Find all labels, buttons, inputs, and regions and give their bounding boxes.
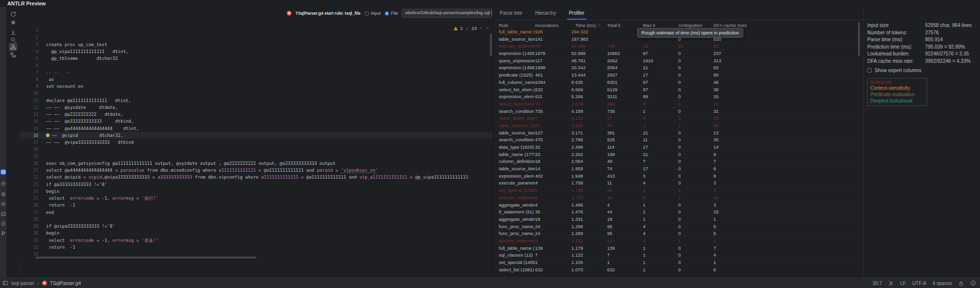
code-line[interactable]: 24begin bbox=[20, 188, 492, 195]
code-line[interactable]: 27end bbox=[20, 209, 492, 216]
table-row[interactable]: expression (1495)197852.99910982970237 bbox=[495, 50, 860, 57]
line-number[interactable]: 8 bbox=[25, 76, 38, 83]
code-line[interactable]: 29if @vipa333333333333 !='0' bbox=[20, 223, 492, 230]
line-number[interactable]: 17 bbox=[25, 139, 38, 146]
encoding[interactable]: UTF-8 bbox=[912, 281, 926, 286]
table-row[interactable]: search_condition (1517)4702.78652511030 bbox=[495, 136, 860, 144]
code-line[interactable]: 31 select errorcode = -1, errormsg = '准备… bbox=[20, 237, 492, 244]
line-number[interactable]: 30 bbox=[25, 230, 38, 236]
line-number[interactable]: 27 bbox=[25, 209, 38, 216]
indent-setting[interactable]: 4 spaces bbox=[932, 281, 952, 286]
table-row[interactable]: table_source_item (15…1273.17138121013 bbox=[495, 130, 860, 137]
code-line[interactable]: 19 bbox=[20, 153, 492, 160]
code-line[interactable]: 21select @a4444444444444444 = paravalue … bbox=[20, 167, 492, 174]
table-row[interactable]: set_special (1483)11.74816212 bbox=[495, 187, 860, 194]
code-line[interactable]: 15—— —— @a4444444444444444 dtint, bbox=[20, 125, 492, 132]
table-row[interactable]: table_name (1777)332.2521992109 bbox=[495, 151, 860, 158]
line-number[interactable]: 19 bbox=[25, 153, 38, 160]
code-line[interactable]: 18 bbox=[20, 146, 492, 153]
file-radio[interactable]: File bbox=[385, 11, 398, 16]
antlr-button[interactable] bbox=[0, 191, 6, 197]
table-row[interactable]: select_statement (14…744.6792928124 bbox=[495, 101, 860, 108]
code-line[interactable]: 12—— —— @sysdate dtdate, bbox=[20, 104, 492, 111]
line-number[interactable]: 26 bbox=[25, 202, 38, 209]
table-row[interactable]: full_table_name (1773)1391.179139107 bbox=[495, 245, 860, 252]
line-number[interactable]: 4 bbox=[25, 48, 38, 55]
line-number[interactable]: 15 bbox=[25, 125, 38, 132]
table-row[interactable]: aggregate_windowed…181.33118101 bbox=[495, 216, 860, 223]
table-row[interactable]: if_statement (31)351.476441015 bbox=[495, 209, 860, 216]
table-row[interactable]: func_proc_name_data…241.29895405 bbox=[495, 223, 860, 231]
line-number[interactable]: 2 bbox=[25, 34, 38, 41]
panel-icon[interactable] bbox=[2, 280, 8, 286]
table-row[interactable]: declare_statement (g…31.23212414 bbox=[495, 237, 860, 245]
table-row[interactable]: full_column_name (17…10948.635830197045 bbox=[495, 79, 860, 86]
code-line[interactable]: 1 bbox=[20, 27, 492, 34]
line-number[interactable]: 22 bbox=[25, 174, 38, 181]
line-number[interactable]: 28 bbox=[25, 216, 38, 223]
code-line[interactable]: 28 bbox=[20, 216, 492, 223]
info-icon[interactable] bbox=[970, 280, 976, 286]
lightbulb-icon[interactable] bbox=[46, 133, 49, 137]
table-row[interactable]: execute_statement_a…7856.086718181681 bbox=[495, 43, 860, 50]
line-number[interactable]: 31 bbox=[25, 237, 38, 244]
table-row[interactable]: expression (1498)199820.342206421082 bbox=[495, 64, 860, 72]
inspections-widget[interactable]: 2 23 bbox=[453, 26, 490, 31]
code-line[interactable]: 3create proc up_com_test bbox=[20, 41, 492, 48]
code-editor[interactable]: 123create proc up_com_test4 @p_vipa11111… bbox=[20, 20, 492, 260]
pencil-off-icon[interactable] bbox=[888, 281, 894, 286]
code-line[interactable]: 16—— @vipid dtchar32, bbox=[20, 132, 492, 139]
table-row[interactable]: predicate (1525)46113.444292717080 bbox=[495, 72, 860, 79]
table-row[interactable]: func_proc_name_serv…241.28995405 bbox=[495, 230, 860, 237]
editor-vscrollbar-thumb[interactable] bbox=[490, 33, 492, 56]
code-line[interactable]: 10 bbox=[20, 90, 492, 97]
line-number[interactable]: 12 bbox=[25, 104, 38, 111]
hierarchy-button[interactable] bbox=[9, 43, 17, 51]
code-line[interactable]: 14—— —— @a333333333333 dtkind, bbox=[20, 118, 492, 125]
code-line[interactable]: 9set nocount on bbox=[20, 83, 492, 90]
git-branch-button[interactable] bbox=[0, 230, 6, 236]
line-number[interactable]: 23 bbox=[25, 181, 38, 188]
chevron-down-icon[interactable] bbox=[485, 26, 490, 30]
table-row[interactable]: table_sources (1515)823.625933182 bbox=[495, 122, 860, 130]
run-button[interactable] bbox=[0, 181, 6, 186]
breadcrumb-project[interactable]: tsql-parser bbox=[11, 281, 34, 286]
code-line[interactable]: 22select @vipid = vipid,@vipa33333333333… bbox=[20, 174, 492, 181]
table-row[interactable]: set_special (1485)11.1051101 bbox=[495, 259, 860, 266]
line-number[interactable]: 6 bbox=[25, 62, 38, 69]
expert-columns-checkbox[interactable]: Show expert columns bbox=[867, 67, 979, 74]
file-path-input[interactable]: ebelice/Github/tsql-parser/examples/big.… bbox=[402, 9, 498, 18]
code-line[interactable]: 7-- -- -- bbox=[20, 69, 492, 76]
line-number[interactable]: 11 bbox=[25, 97, 38, 104]
line-number[interactable]: 3 bbox=[25, 41, 38, 48]
line-number[interactable]: 20 bbox=[25, 160, 38, 167]
line-number[interactable]: 10 bbox=[25, 90, 38, 97]
line-number[interactable]: 9 bbox=[25, 83, 38, 90]
column-header-time-ms-[interactable]: Time (ms) bbox=[571, 22, 607, 28]
input-radio[interactable]: Input bbox=[365, 11, 381, 16]
structure-button[interactable] bbox=[9, 51, 17, 59]
table-row[interactable]: expression_elem (1589)4021.948413308 bbox=[495, 173, 860, 180]
editor-hscrollbar-thumb[interactable] bbox=[35, 257, 256, 259]
stop-button[interactable] bbox=[9, 18, 17, 26]
caret-position[interactable]: 30:7 bbox=[872, 281, 882, 286]
tab-profiler[interactable]: Profiler bbox=[569, 7, 585, 20]
terminal-button[interactable] bbox=[0, 211, 6, 216]
line-number[interactable]: 32 bbox=[25, 244, 38, 251]
table-row[interactable]: select_list (1581)6321.073632106 bbox=[495, 266, 860, 273]
table-row[interactable]: search_condition (1519)7354.1587351031 bbox=[495, 108, 860, 115]
line-number[interactable]: 24 bbox=[25, 188, 38, 195]
code-line[interactable]: 6 bbox=[20, 62, 492, 69]
line-ending[interactable]: LF bbox=[900, 281, 906, 286]
code-line[interactable]: 4 @p_vipa1111111111111 dtint, bbox=[20, 48, 492, 55]
line-number[interactable]: 25 bbox=[25, 195, 38, 202]
line-number[interactable]: 29 bbox=[25, 223, 38, 230]
code-line[interactable]: 5 @p_tblname dtchar32 bbox=[20, 55, 492, 62]
table-row[interactable]: select_list_elem (1592)6326.669612997038 bbox=[495, 86, 860, 94]
line-number[interactable]: 16 bbox=[25, 132, 38, 139]
preview-button[interactable] bbox=[0, 169, 6, 175]
table-row[interactable]: table_source_item (15…141.959741708 bbox=[495, 165, 860, 173]
line-number[interactable]: 14 bbox=[25, 118, 38, 125]
line-number[interactable]: 1 bbox=[25, 27, 38, 34]
refresh-button[interactable] bbox=[9, 10, 17, 18]
